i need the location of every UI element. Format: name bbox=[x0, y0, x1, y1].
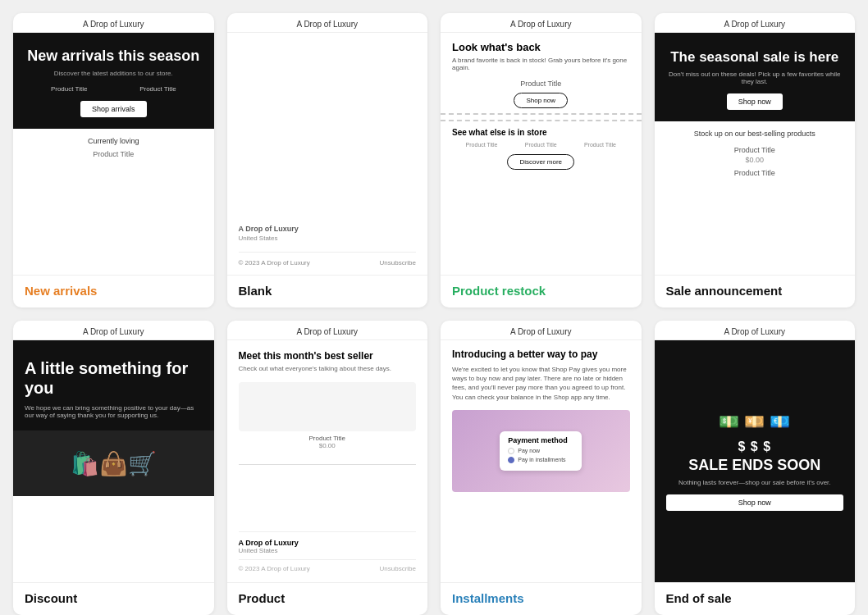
prod-copyright: © 2023 A Drop of Luxury bbox=[239, 565, 310, 572]
prod-headline: Meet this month's best seller bbox=[239, 350, 417, 362]
card-label-end-of-sale: End of sale bbox=[655, 583, 856, 615]
sa-body: Stock up on our best-selling products Pr… bbox=[655, 121, 856, 187]
brand-header-1: A Drop of Luxury bbox=[13, 13, 214, 33]
brand-header-4: A Drop of Luxury bbox=[655, 13, 856, 33]
pr-discover-button[interactable]: Discover more bbox=[507, 154, 574, 170]
prod-image-box bbox=[239, 382, 417, 431]
blank-company: A Drop of Luxury bbox=[239, 225, 417, 233]
prod-footer-country: United States bbox=[239, 547, 417, 554]
preview-discount: A Drop of Luxury A little something for … bbox=[13, 321, 214, 583]
preview-new-arrivals: A Drop of Luxury New arrivals this seaso… bbox=[13, 13, 214, 276]
preview-blank: A Drop of Luxury A Drop of Luxury United… bbox=[227, 13, 428, 276]
inst-image: Payment method Pay now Pay in installmen… bbox=[452, 410, 630, 492]
brand-header-8: A Drop of Luxury bbox=[655, 321, 856, 340]
money-icon-2: 💴 bbox=[744, 412, 765, 431]
prod-footer-company: A Drop of Luxury bbox=[239, 539, 417, 547]
card-blank[interactable]: A Drop of Luxury A Drop of Luxury United… bbox=[227, 13, 428, 308]
blank-unsubscribe[interactable]: Unsubscribe bbox=[380, 259, 416, 266]
na-footer: Currently loving Product Title bbox=[13, 129, 214, 166]
na-product2: Product Title bbox=[139, 85, 176, 93]
brand-header-5: A Drop of Luxury bbox=[13, 321, 214, 340]
card-product[interactable]: A Drop of Luxury Meet this month's best … bbox=[227, 321, 428, 615]
sa-headline: The seasonal sale is here bbox=[666, 49, 844, 66]
na-product1: Product Title bbox=[51, 85, 87, 93]
card-label-installments: Installments bbox=[441, 583, 642, 615]
card-end-of-sale[interactable]: A Drop of Luxury 💵 💴 💶 $ $ $ SALE ENDS S… bbox=[655, 321, 856, 615]
na-subtext: Discover the latest additions to our sto… bbox=[25, 70, 203, 77]
inst-subtext: We're excited to let you know that Shop … bbox=[452, 365, 630, 402]
sa-section-text: Stock up on our best-selling products bbox=[666, 130, 844, 138]
brand-header-7: A Drop of Luxury bbox=[441, 321, 642, 340]
payment-card: Payment method Pay now Pay in installmen… bbox=[500, 431, 582, 471]
blank-copyright: © 2023 A Drop of Luxury bbox=[239, 259, 310, 266]
blank-body: A Drop of Luxury United States © 2023 A … bbox=[227, 33, 428, 275]
disc-illustration: 🛍️👜🛒 bbox=[13, 430, 214, 496]
na-section-title: Currently loving bbox=[25, 137, 203, 145]
template-grid: A Drop of Luxury New arrivals this seaso… bbox=[13, 13, 855, 615]
brand-header-6: A Drop of Luxury bbox=[227, 321, 428, 340]
card-product-restock[interactable]: A Drop of Luxury Look what's back A bran… bbox=[441, 13, 642, 308]
card-new-arrivals[interactable]: A Drop of Luxury New arrivals this seaso… bbox=[13, 13, 214, 308]
pay-now-label: Pay now bbox=[518, 448, 540, 453]
pr-section-title: See what else is in store bbox=[452, 128, 630, 137]
prod-footer: A Drop of Luxury United States © 2023 A … bbox=[239, 531, 417, 572]
disc-headline: A little something for you bbox=[25, 358, 203, 398]
radio-pay-now bbox=[508, 448, 514, 454]
preview-product: A Drop of Luxury Meet this month's best … bbox=[227, 321, 428, 583]
sa-subtext: Don't miss out on these deals! Pick up a… bbox=[666, 71, 844, 85]
card-label-sale-announcement: Sale announcement bbox=[655, 276, 856, 308]
na-shop-button[interactable]: Shop arrivals bbox=[80, 101, 147, 117]
pr-headline: Look what's back bbox=[452, 41, 630, 53]
sa-product2-title: Product Title bbox=[666, 169, 844, 177]
na-headline: New arrivals this season bbox=[25, 48, 203, 66]
pay-installments-label: Pay in installments bbox=[518, 457, 565, 462]
prod-subtext: Check out what everyone's talking about … bbox=[239, 365, 417, 372]
pr-bottom: See what else is in store Product Title … bbox=[441, 120, 642, 176]
eos-subtext: Nothing lasts forever—shop our sale befo… bbox=[666, 479, 844, 486]
sa-product1-price: $0.00 bbox=[666, 156, 844, 164]
pr-product2: Product Title bbox=[525, 142, 557, 148]
prod-item-price: $0.00 bbox=[239, 442, 417, 449]
prod-item-title: Product Title bbox=[239, 435, 417, 442]
preview-sale-announcement: A Drop of Luxury The seasonal sale is he… bbox=[655, 13, 856, 276]
money-icons: 💵 💴 💶 bbox=[666, 412, 844, 431]
disc-hero: A little something for you We hope we ca… bbox=[13, 340, 214, 430]
card-sale-announcement[interactable]: A Drop of Luxury The seasonal sale is he… bbox=[655, 13, 856, 308]
card-installments[interactable]: A Drop of Luxury Introducing a better wa… bbox=[441, 321, 642, 615]
pr-subtext: A brand favorite is back in stock! Grab … bbox=[452, 57, 630, 71]
pr-product3: Product Title bbox=[584, 142, 616, 148]
eos-shop-button[interactable]: Shop now bbox=[666, 494, 844, 511]
prod-body: Meet this month's best seller Check out … bbox=[227, 340, 428, 582]
bags-icon: 🛍️👜🛒 bbox=[71, 450, 157, 477]
card-label-product: Product bbox=[227, 583, 428, 615]
radio-installments bbox=[508, 457, 514, 463]
card-label-blank: Blank bbox=[227, 276, 428, 308]
card-label-discount: Discount bbox=[13, 583, 214, 615]
inst-headline: Introducing a better way to pay bbox=[452, 348, 630, 360]
eos-hero: 💵 💴 💶 $ $ $ SALE ENDS SOON Nothing lasts… bbox=[655, 340, 856, 582]
brand-header-3: A Drop of Luxury bbox=[441, 13, 642, 33]
eos-headline: SALE ENDS SOON bbox=[666, 458, 844, 474]
preview-product-restock: A Drop of Luxury Look what's back A bran… bbox=[441, 13, 642, 276]
blank-country: United States bbox=[239, 235, 417, 242]
pr-product1: Product Title bbox=[466, 142, 498, 148]
sa-shop-button[interactable]: Shop now bbox=[727, 93, 783, 110]
sa-hero: The seasonal sale is here Don't miss out… bbox=[655, 33, 856, 121]
preview-installments: A Drop of Luxury Introducing a better wa… bbox=[441, 321, 642, 583]
payment-method-label: Payment method bbox=[508, 436, 573, 444]
disc-subtext: We hope we can bring something positive … bbox=[25, 404, 203, 419]
card-discount[interactable]: A Drop of Luxury A little something for … bbox=[13, 321, 214, 615]
brand-header-2: A Drop of Luxury bbox=[227, 13, 428, 33]
eos-dollar-sign: $ $ $ bbox=[666, 440, 844, 454]
money-icon-3: 💶 bbox=[770, 412, 790, 431]
pr-product-title: Product Title bbox=[452, 80, 630, 88]
pr-shop-button[interactable]: Shop now bbox=[514, 93, 568, 108]
na-featured-product: Product Title bbox=[25, 150, 203, 158]
card-label-product-restock: Product restock bbox=[441, 276, 642, 308]
card-label-new-arrivals: New arrivals bbox=[13, 276, 214, 308]
money-icon-1: 💵 bbox=[719, 412, 739, 431]
na-hero: New arrivals this season Discover the la… bbox=[13, 33, 214, 129]
pr-top: Look what's back A brand favorite is bac… bbox=[441, 33, 642, 115]
prod-unsubscribe[interactable]: Unsubscribe bbox=[380, 565, 416, 572]
sa-product1-title: Product Title bbox=[666, 146, 844, 154]
